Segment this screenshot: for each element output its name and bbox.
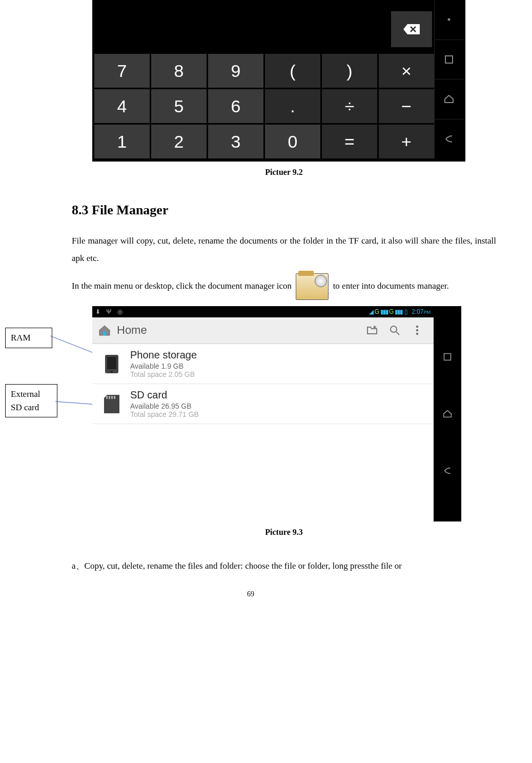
phone-storage-icon xyxy=(100,353,123,375)
page-number: 69 xyxy=(5,590,496,598)
calc-key-−[interactable]: − xyxy=(379,89,434,123)
svg-rect-9 xyxy=(106,396,108,399)
dot-indicator xyxy=(435,0,463,39)
calc-key-5[interactable]: 5 xyxy=(151,89,207,123)
storage-total: Total space 2.05 GB xyxy=(130,370,197,378)
file-manager-screenshot: ⬇ Ψ ◎ ◢G▮▮▮G▮▮▮ ▯ 2:07PM Home xyxy=(92,306,461,521)
sd-card-icon xyxy=(100,393,123,415)
calc-key-+[interactable]: + xyxy=(379,125,434,158)
calc-key-.[interactable]: . xyxy=(265,89,320,123)
usb-icon: Ψ xyxy=(106,308,111,315)
body-text: to enter into documents manager. xyxy=(333,281,449,291)
signal-icon: ▮▮▮ xyxy=(395,308,402,315)
body-paragraph: In the main menu or desktop, click the d… xyxy=(72,273,496,300)
calc-key-÷[interactable]: ÷ xyxy=(322,89,377,123)
body-paragraph: File manager will copy, cut, delete, ren… xyxy=(72,232,496,267)
signal-icon: ▮▮▮ xyxy=(380,308,388,315)
calc-key-3[interactable]: 3 xyxy=(208,125,263,158)
calc-key-([interactable]: ( xyxy=(265,54,320,88)
svg-point-8 xyxy=(111,371,113,373)
figure-caption: Pictuer 9.2 xyxy=(72,168,496,177)
recent-apps-button[interactable] xyxy=(435,39,463,79)
svg-rect-11 xyxy=(111,396,113,399)
storage-title: Phone storage xyxy=(130,349,197,361)
storage-title: SD card xyxy=(130,389,199,401)
calc-key-×[interactable]: × xyxy=(379,54,434,88)
calc-key-9[interactable]: 9 xyxy=(208,54,263,88)
sd-card-item[interactable]: SD cardAvailable 26.95 GBTotal space 29.… xyxy=(92,384,434,424)
clock-ampm: PM xyxy=(424,310,431,315)
calc-key-0[interactable]: 0 xyxy=(265,125,320,158)
svg-point-0 xyxy=(448,19,450,21)
recent-apps-button[interactable] xyxy=(434,329,461,386)
search-button[interactable] xyxy=(383,324,406,336)
storage-total: Total space 29.71 GB xyxy=(130,410,199,418)
calc-key-=[interactable]: = xyxy=(322,125,377,158)
figure-caption: Picture 9.3 xyxy=(72,528,496,537)
svg-point-5 xyxy=(391,326,397,332)
svg-rect-4 xyxy=(103,331,106,335)
home-button[interactable] xyxy=(434,386,461,443)
wifi-icon: ◢ xyxy=(369,308,374,315)
svg-rect-12 xyxy=(114,396,115,399)
calc-key-4[interactable]: 4 xyxy=(94,89,150,123)
annotation-sdcard: ExternalSD card xyxy=(5,384,57,417)
phone-storage-item[interactable]: Phone storageAvailable 1.9 GBTotal space… xyxy=(92,344,434,384)
back-button[interactable] xyxy=(434,442,461,499)
calc-key-)[interactable]: ) xyxy=(322,54,377,88)
svg-rect-13 xyxy=(444,354,451,360)
home-icon xyxy=(97,323,112,337)
svg-rect-1 xyxy=(445,56,453,63)
network-g: G xyxy=(375,308,379,315)
status-bar: ⬇ Ψ ◎ ◢G▮▮▮G▮▮▮ ▯ 2:07PM xyxy=(92,306,434,317)
calc-display xyxy=(94,0,434,54)
calc-key-1[interactable]: 1 xyxy=(94,125,150,158)
clock-time: 2:07 xyxy=(412,308,423,315)
new-folder-button[interactable] xyxy=(361,324,383,336)
annotation-ram: RAM xyxy=(5,328,52,348)
calc-key-7[interactable]: 7 xyxy=(94,54,150,88)
calculator-screenshot: 789()×456.÷−1230=+ xyxy=(92,0,465,162)
calc-key-2[interactable]: 2 xyxy=(151,125,207,158)
storage-available: Available 1.9 GB xyxy=(130,362,197,370)
battery-icon: ▯ xyxy=(404,308,408,315)
section-heading: 8.3 File Manager xyxy=(72,203,496,218)
system-navbar xyxy=(434,0,463,158)
calc-key-6[interactable]: 6 xyxy=(208,89,263,123)
action-bar: Home xyxy=(92,317,434,344)
storage-list: Phone storageAvailable 1.9 GBTotal space… xyxy=(92,344,434,424)
overflow-menu-button[interactable] xyxy=(406,326,428,335)
storage-available: Available 26.95 GB xyxy=(130,402,199,410)
download-icon: ⬇ xyxy=(95,308,100,315)
home-button[interactable] xyxy=(435,79,463,119)
system-navbar xyxy=(434,306,461,521)
svg-rect-10 xyxy=(109,396,110,399)
body-paragraph: a、Copy, cut, delete, rename the files an… xyxy=(72,557,496,575)
backspace-button[interactable] xyxy=(391,11,432,47)
action-bar-title: Home xyxy=(117,324,361,337)
file-manager-icon xyxy=(296,273,329,300)
back-button[interactable] xyxy=(435,119,463,159)
network-g: G xyxy=(389,308,394,315)
svg-rect-7 xyxy=(107,357,116,369)
calc-key-8[interactable]: 8 xyxy=(151,54,207,88)
body-text: In the main menu or desktop, click the d… xyxy=(72,281,294,291)
android-icon: ◎ xyxy=(117,308,122,315)
